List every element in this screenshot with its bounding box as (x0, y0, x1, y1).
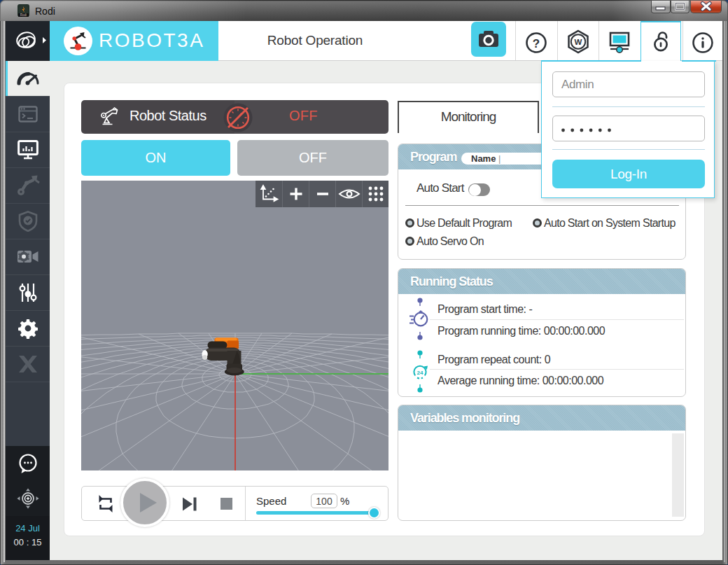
svg-text:Rodi: Rodi (20, 13, 27, 17)
svg-text:?: ? (533, 37, 540, 50)
svg-text:24: 24 (417, 370, 424, 376)
svg-text:W: W (575, 38, 582, 46)
